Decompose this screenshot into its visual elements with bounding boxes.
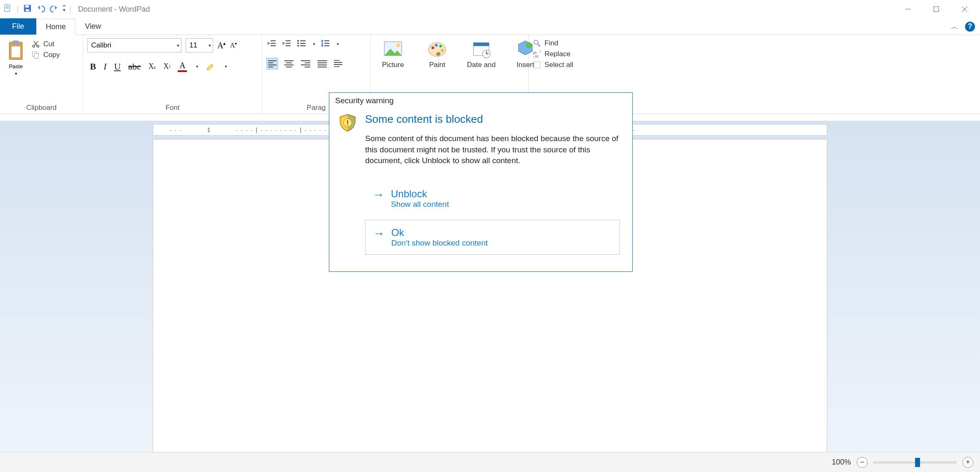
svg-line-53 (538, 44, 540, 47)
security-warning-dialog: Security warning ! Some content is block… (329, 92, 633, 272)
maximize-button[interactable] (927, 2, 946, 16)
group-clipboard-label: Clipboard (4, 102, 79, 113)
paste-label: Paste (9, 63, 22, 70)
ruler-mark: 1 (207, 127, 211, 133)
increase-indent-button[interactable] (281, 38, 291, 50)
svg-point-52 (534, 40, 538, 45)
arrow-right-icon: → (373, 189, 384, 201)
replace-label: Replace (545, 50, 570, 58)
dialog-title: Security warning (329, 93, 632, 109)
chevron-down-icon[interactable]: ▾ (225, 64, 227, 69)
zoom-slider[interactable] (873, 461, 957, 464)
svg-point-26 (297, 42, 299, 44)
chevron-down-icon: ▾ (209, 43, 211, 48)
svg-rect-1 (6, 6, 9, 7)
svg-point-27 (297, 45, 299, 47)
group-clipboard: Paste ▾ Cut Copy Clipboard (0, 35, 83, 114)
collapse-ribbon-icon[interactable]: ︿ (951, 22, 958, 32)
dialog-heading: Some content is blocked (365, 113, 620, 126)
zoom-thumb[interactable] (915, 458, 920, 467)
superscript-button[interactable]: X (163, 62, 170, 71)
dialog-body-text: Some content of this document has been b… (365, 133, 620, 166)
shrink-font-button[interactable]: A▾ (230, 41, 237, 49)
bullets-button[interactable] (296, 38, 306, 50)
paste-button[interactable]: Paste ▾ (4, 38, 27, 77)
strikethrough-button[interactable]: abc (128, 61, 141, 72)
chevron-down-icon[interactable]: ▾ (196, 64, 198, 69)
close-button[interactable] (955, 2, 974, 16)
redo-icon[interactable] (50, 4, 59, 15)
align-center-button[interactable] (283, 58, 295, 70)
zoom-out-button[interactable]: − (857, 457, 868, 468)
zoom-in-button[interactable]: + (963, 457, 973, 468)
unblock-subtitle: Show all content (391, 200, 449, 209)
undo-icon[interactable] (36, 4, 45, 15)
window-title: Document - WordPad (78, 5, 150, 14)
insert-paint-button[interactable]: Paint (419, 38, 455, 69)
svg-rect-11 (12, 40, 19, 45)
paragraph-dialog-button[interactable] (333, 58, 343, 70)
picture-label: Picture (382, 61, 404, 69)
font-family-value: Calibri (91, 41, 111, 50)
align-justify-button[interactable] (316, 58, 328, 70)
svg-point-42 (431, 47, 434, 49)
qat-dropdown-icon[interactable]: ▾ (63, 5, 65, 13)
subscript-button[interactable]: X (148, 62, 156, 71)
copy-label: Copy (43, 51, 60, 59)
paste-dropdown-icon[interactable]: ▾ (15, 71, 17, 76)
align-left-button[interactable] (266, 58, 278, 70)
cut-button[interactable]: Cut (32, 40, 60, 48)
copy-button[interactable]: Copy (32, 51, 60, 59)
ok-option[interactable]: → Ok Don't show blocked content (365, 220, 620, 255)
tab-file[interactable]: File (0, 18, 36, 35)
svg-line-15 (35, 41, 38, 45)
svg-rect-12 (12, 47, 20, 57)
minimize-button[interactable] (898, 2, 918, 16)
svg-rect-4 (25, 5, 29, 7)
font-color-button[interactable]: A (178, 61, 187, 72)
ok-subtitle: Don't show blocked content (391, 238, 488, 248)
svg-rect-7 (934, 7, 939, 12)
select-all-button[interactable]: Select all (533, 61, 573, 69)
paint-label: Paint (429, 61, 445, 69)
app-icon (3, 4, 12, 15)
find-label: Find (545, 39, 558, 47)
title-bar: | ▾ | Document - WordPad (0, 0, 980, 18)
font-family-combo[interactable]: Calibri ▾ (87, 38, 182, 52)
svg-text:ac: ac (535, 54, 539, 58)
status-bar: 100% − + (0, 452, 980, 472)
chevron-down-icon[interactable]: ▾ (337, 42, 339, 46)
highlight-button[interactable] (206, 61, 216, 72)
find-button[interactable]: Find (533, 39, 573, 47)
group-font-label: Font (87, 102, 258, 113)
insert-datetime-button[interactable]: Date and (463, 38, 500, 69)
grow-font-button[interactable]: A▴ (217, 40, 226, 50)
zoom-value: 100% (832, 458, 851, 467)
font-size-value: 11 (189, 41, 197, 50)
tab-home[interactable]: Home (36, 19, 75, 35)
tab-view[interactable]: View (75, 18, 111, 35)
svg-point-40 (396, 44, 400, 47)
window-controls (898, 2, 977, 16)
datetime-label: Date and (467, 61, 496, 69)
svg-rect-2 (6, 7, 9, 8)
underline-button[interactable]: U (114, 61, 121, 72)
replace-button[interactable]: abac Replace (533, 50, 573, 58)
font-size-combo[interactable]: 11 ▾ (186, 38, 213, 52)
insert-picture-button[interactable]: Picture (375, 38, 411, 69)
italic-button[interactable]: I (104, 61, 107, 72)
save-icon[interactable] (23, 4, 32, 15)
help-icon[interactable]: ? (965, 22, 975, 32)
decrease-indent-button[interactable] (266, 38, 276, 50)
svg-rect-56 (534, 62, 540, 68)
svg-text:!: ! (346, 119, 348, 127)
line-spacing-button[interactable] (320, 38, 330, 50)
ribbon-tabs: File Home View ︿ ? (0, 18, 980, 35)
svg-point-45 (441, 49, 443, 52)
svg-point-44 (439, 45, 442, 47)
bold-button[interactable]: B (90, 61, 96, 72)
chevron-down-icon[interactable]: ▾ (313, 42, 315, 46)
align-right-button[interactable] (300, 58, 311, 70)
unblock-option[interactable]: → Unblock Show all content (365, 181, 620, 216)
svg-rect-5 (25, 9, 29, 11)
